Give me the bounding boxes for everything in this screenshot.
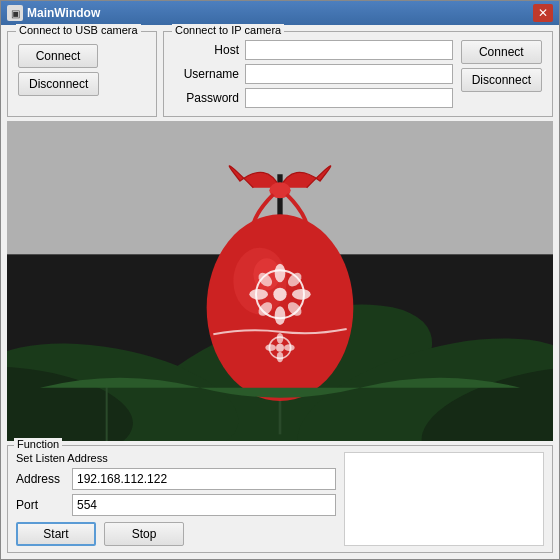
address-label: Address <box>16 472 66 486</box>
svg-point-19 <box>249 289 268 300</box>
address-row: Address <box>16 468 336 490</box>
username-input[interactable] <box>245 64 453 84</box>
ip-disconnect-button[interactable]: Disconnect <box>461 68 542 92</box>
svg-point-26 <box>276 344 284 352</box>
password-input[interactable] <box>245 88 453 108</box>
svg-point-27 <box>277 333 284 344</box>
host-row: Host <box>174 40 453 60</box>
bottom-left: Set Listen Address Address Port Start St… <box>16 452 336 546</box>
svg-point-30 <box>284 344 295 351</box>
set-listen-label: Set Listen Address <box>16 452 336 464</box>
port-input[interactable] <box>72 494 336 516</box>
password-row: Password <box>174 88 453 108</box>
address-input[interactable] <box>72 468 336 490</box>
svg-point-20 <box>292 289 311 300</box>
usb-camera-section: Connect to USB camera Connect Disconnect <box>7 31 157 117</box>
function-label: Function <box>14 438 62 450</box>
username-label: Username <box>174 67 239 81</box>
bottom-panel: Function Set Listen Address Address Port… <box>7 445 553 553</box>
password-label: Password <box>174 91 239 105</box>
window-icon: ▣ <box>7 5 23 21</box>
action-buttons: Start Stop <box>16 522 336 546</box>
usb-buttons-group: Connect Disconnect <box>18 44 146 96</box>
ip-camera-section: Connect to IP camera Host Username Passw… <box>163 31 553 117</box>
port-row: Port <box>16 494 336 516</box>
ip-connect-button[interactable]: Connect <box>461 40 542 64</box>
svg-point-17 <box>275 264 286 283</box>
window-title: MainWindow <box>27 6 100 20</box>
title-bar: ▣ MainWindow ✕ <box>1 1 559 25</box>
ip-form: Host Username Password <box>174 40 453 108</box>
svg-point-16 <box>273 288 286 301</box>
svg-point-18 <box>275 306 286 325</box>
main-window: ▣ MainWindow ✕ Connect to USB camera Con… <box>0 0 560 560</box>
title-bar-left: ▣ MainWindow <box>7 5 100 21</box>
content-area: Connect to USB camera Connect Disconnect… <box>1 25 559 559</box>
bottom-inner: Set Listen Address Address Port Start St… <box>16 452 544 546</box>
close-button[interactable]: ✕ <box>533 4 553 22</box>
usb-disconnect-button[interactable]: Disconnect <box>18 72 99 96</box>
username-row: Username <box>174 64 453 84</box>
svg-point-29 <box>265 344 276 351</box>
output-panel <box>344 452 544 546</box>
camera-view <box>7 121 553 441</box>
port-label: Port <box>16 498 66 512</box>
usb-section-label: Connect to USB camera <box>16 24 141 36</box>
host-input[interactable] <box>245 40 453 60</box>
start-button[interactable]: Start <box>16 522 96 546</box>
usb-connect-button[interactable]: Connect <box>18 44 98 68</box>
ip-buttons-group: Connect Disconnect <box>461 40 542 108</box>
svg-point-28 <box>277 352 284 363</box>
host-label: Host <box>174 43 239 57</box>
stop-button[interactable]: Stop <box>104 522 184 546</box>
ip-section-label: Connect to IP camera <box>172 24 284 36</box>
top-panel: Connect to USB camera Connect Disconnect… <box>7 31 553 117</box>
